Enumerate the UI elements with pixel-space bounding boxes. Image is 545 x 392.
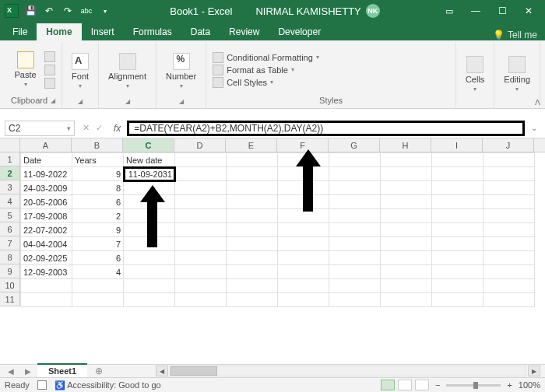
scroll-thumb[interactable] <box>171 366 217 376</box>
alignment-button[interactable]: Alignment▾ <box>105 51 149 91</box>
cell[interactable] <box>329 265 381 279</box>
cell[interactable] <box>483 181 535 195</box>
cell[interactable] <box>381 167 432 181</box>
sheet-nav-prev-icon[interactable]: ◀ <box>3 367 19 376</box>
cell[interactable]: 8 <box>72 181 124 195</box>
cell[interactable] <box>278 237 329 251</box>
accessibility-status[interactable]: ♿ Accessibility: Good to go <box>54 380 161 390</box>
cell[interactable] <box>227 265 278 279</box>
collapse-ribbon-icon[interactable]: ᐱ <box>535 98 540 107</box>
sheet-tab[interactable]: Sheet1 <box>37 363 87 377</box>
cell[interactable]: 6 <box>72 195 124 209</box>
add-sheet-icon[interactable]: ⊕ <box>89 366 109 376</box>
column-header[interactable]: J <box>483 138 534 152</box>
cell[interactable]: 6 <box>72 251 124 265</box>
cell[interactable] <box>227 153 278 167</box>
tab-insert[interactable]: Insert <box>82 23 124 40</box>
cell[interactable]: 7 <box>72 237 124 251</box>
cell[interactable] <box>432 223 483 237</box>
cell[interactable] <box>432 265 483 279</box>
horizontal-scrollbar[interactable]: ◀ ▶ <box>156 366 545 376</box>
column-header[interactable]: D <box>174 138 226 152</box>
format-as-table-button[interactable]: Format as Table ▾ <box>213 65 319 75</box>
conditional-formatting-button[interactable]: Conditional Formatting ▾ <box>213 52 319 63</box>
cell[interactable] <box>72 293 124 307</box>
cell[interactable] <box>124 265 175 279</box>
cell[interactable] <box>329 195 381 209</box>
row-header[interactable]: 1 <box>0 152 20 166</box>
tab-formulas[interactable]: Formulas <box>124 23 181 40</box>
row-header[interactable]: 2 <box>0 166 20 180</box>
normal-view-icon[interactable] <box>381 380 395 390</box>
cell[interactable]: 04-04-2004 <box>21 237 72 251</box>
cell[interactable] <box>381 293 432 307</box>
cell[interactable] <box>227 279 278 293</box>
cell[interactable] <box>381 209 432 223</box>
cell[interactable] <box>124 293 175 307</box>
cell[interactable] <box>124 195 175 209</box>
cell[interactable] <box>124 251 175 265</box>
cell[interactable] <box>329 153 381 167</box>
tab-developer[interactable]: Developer <box>269 23 330 40</box>
cell[interactable] <box>175 209 227 223</box>
expand-formula-icon[interactable]: ⌄ <box>528 124 540 132</box>
cell[interactable]: 9 <box>72 223 124 237</box>
cell[interactable] <box>381 251 432 265</box>
cell[interactable]: 24-03-2009 <box>21 181 72 195</box>
user-avatar[interactable]: NK <box>366 4 380 18</box>
zoom-in-icon[interactable]: + <box>504 380 515 390</box>
sheet-nav-next-icon[interactable]: ▶ <box>20 367 36 376</box>
cell[interactable] <box>72 279 124 293</box>
cell[interactable] <box>278 265 329 279</box>
cell[interactable] <box>432 209 483 223</box>
cut-icon[interactable] <box>44 51 55 62</box>
cell[interactable] <box>21 293 72 307</box>
row-header[interactable]: 7 <box>0 236 20 250</box>
font-button[interactable]: AFont▾ <box>69 51 92 91</box>
cell[interactable] <box>483 223 535 237</box>
cell[interactable] <box>381 153 432 167</box>
format-painter-icon[interactable] <box>44 78 55 89</box>
cell[interactable] <box>278 251 329 265</box>
cell[interactable] <box>483 293 535 307</box>
column-header[interactable]: I <box>431 138 483 152</box>
launcher-icon[interactable]: ◢ <box>51 97 55 104</box>
cell[interactable] <box>175 279 227 293</box>
cell[interactable] <box>175 181 227 195</box>
ribbon-options-icon[interactable]: ▭ <box>438 3 461 19</box>
cell[interactable]: Years <box>72 153 124 167</box>
chevron-down-icon[interactable]: ▾ <box>67 124 71 132</box>
cell[interactable] <box>227 167 278 181</box>
cell[interactable] <box>175 153 227 167</box>
cell[interactable] <box>124 223 175 237</box>
cell[interactable] <box>21 279 72 293</box>
cell[interactable]: 12-09-2003 <box>21 265 72 279</box>
close-icon[interactable]: ✕ <box>517 3 540 19</box>
cell[interactable] <box>381 181 432 195</box>
cell[interactable]: 20-05-2006 <box>21 195 72 209</box>
column-header[interactable]: A <box>20 138 72 152</box>
tab-file[interactable]: File <box>3 23 37 40</box>
row-header[interactable]: 6 <box>0 222 20 236</box>
cell[interactable]: 2 <box>72 209 124 223</box>
cell[interactable] <box>124 279 175 293</box>
cell[interactable] <box>432 279 483 293</box>
save-icon[interactable]: 💾 <box>23 4 37 18</box>
cell[interactable]: New date <box>124 153 175 167</box>
cell[interactable]: 9 <box>72 167 124 181</box>
cell-styles-button[interactable]: Cell Styles ▾ <box>213 77 319 88</box>
cell[interactable] <box>124 209 175 223</box>
cell[interactable] <box>381 223 432 237</box>
row-header[interactable]: 5 <box>0 208 20 222</box>
launcher-icon[interactable]: ◢ <box>78 98 83 105</box>
row-header[interactable]: 10 <box>0 278 20 292</box>
cell[interactable] <box>124 181 175 195</box>
cell[interactable]: 11-09-2031 <box>124 167 175 181</box>
cell[interactable] <box>483 195 535 209</box>
cell[interactable] <box>329 279 381 293</box>
column-header[interactable]: G <box>329 138 380 152</box>
cell[interactable] <box>278 279 329 293</box>
tab-review[interactable]: Review <box>220 23 269 40</box>
scroll-left-icon[interactable]: ◀ <box>156 366 168 376</box>
editing-button[interactable]: Editing▾ <box>501 54 533 94</box>
